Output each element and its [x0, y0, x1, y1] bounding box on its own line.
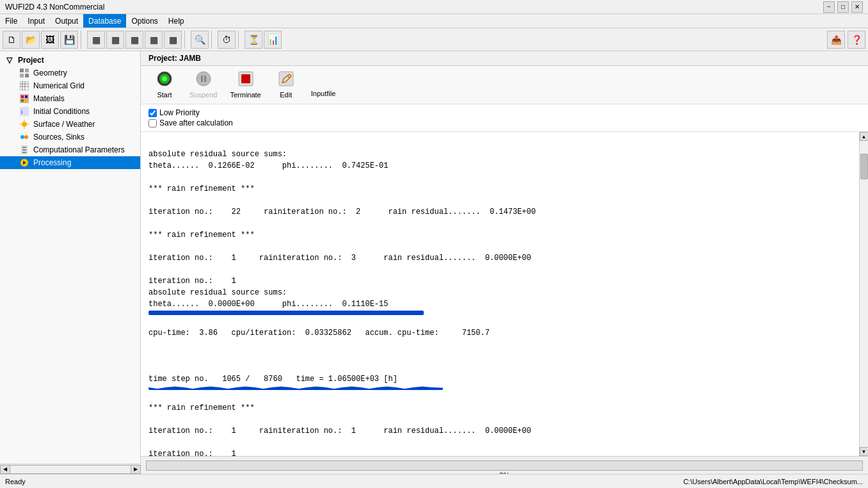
toolbar-small[interactable]: 🖼 [41, 31, 59, 49]
console-line [149, 264, 851, 275]
console-line: *** rain refinement *** [149, 183, 851, 195]
console-line: cpu-time: 3.86 cpu/iteration: 0.03325862… [149, 327, 851, 339]
inputfile-button[interactable]: Inputfile [307, 72, 340, 99]
scroll-thumb[interactable] [860, 154, 868, 179]
low-priority-checkbox[interactable] [149, 109, 157, 117]
svg-point-27 [197, 72, 211, 86]
toolbar-chart[interactable]: 📊 [264, 31, 282, 49]
terminate-button[interactable]: Terminate [226, 70, 264, 100]
toolbar: 🗋 📂 🖼 💾 ▦ ▦ ▦ ▦ ▦ 🔍 ⏱ ⏳ 📊 📤 ❓ [0, 28, 868, 51]
console-line [149, 172, 851, 183]
scroll-down-arrow[interactable]: ▼ [860, 447, 869, 456]
console-line: iteration no.: 22 rainiteration no.: 2 r… [149, 206, 851, 218]
console-line [149, 316, 851, 327]
svg-rect-0 [20, 69, 24, 72]
geometry-icon [18, 68, 31, 78]
save-after-checkbox[interactable] [149, 119, 157, 127]
svg-text:i: i [21, 109, 22, 115]
svg-rect-31 [241, 74, 250, 83]
console-line: *** rain refinement *** [149, 229, 851, 241]
titlebar-controls: − □ ✕ [823, 1, 863, 13]
toolbar-help[interactable]: ❓ [848, 31, 865, 49]
sidebar-item-sources-sinks-label: Sources, Sinks [33, 133, 84, 142]
sidebar-horizontal-scrollbar: ◀ ▶ [0, 464, 141, 474]
highlight-bar-2 [149, 386, 851, 390]
progress-area: 0% [141, 456, 868, 474]
toolbar-grid5[interactable]: ▦ [164, 31, 182, 49]
statusbar: Ready C:\Users\Albert\AppData\Local\Temp… [0, 474, 868, 488]
console-line [149, 414, 851, 425]
menu-help[interactable]: Help [163, 14, 189, 28]
toolbar-grid4[interactable]: ▦ [145, 31, 163, 49]
toolbar-grid2[interactable]: ▦ [106, 31, 124, 49]
svg-rect-4 [20, 81, 29, 90]
inputfile-label: Inputfile [311, 90, 336, 97]
toolbar-clock[interactable]: ⏱ [218, 31, 236, 49]
menu-output[interactable]: Output [50, 14, 83, 28]
edit-label: Edit [280, 91, 292, 99]
maximize-button[interactable]: □ [837, 1, 849, 13]
minimize-button[interactable]: − [823, 1, 835, 13]
suspend-icon [196, 71, 211, 90]
svg-point-16 [22, 122, 27, 127]
start-button[interactable]: Start [149, 70, 181, 100]
sidebar-item-materials-label: Materials [33, 94, 65, 103]
processing-icon [18, 158, 31, 168]
sidebar-item-materials[interactable]: Materials [0, 92, 140, 105]
toolbar-grid1[interactable]: ▦ [87, 31, 105, 49]
toolbar-right: 📤 ❓ [827, 31, 865, 49]
sidebar-item-geometry[interactable]: Geometry [0, 67, 140, 79]
project-label: Project: JAMB [149, 54, 201, 63]
console-area: absolute residual source sums: theta....… [141, 132, 868, 456]
suspend-button[interactable]: Suspend [186, 70, 221, 100]
svg-point-17 [20, 135, 24, 139]
svg-rect-12 [21, 99, 24, 102]
menu-file[interactable]: File [0, 14, 22, 28]
sidebar-item-sources-sinks[interactable]: Sources, Sinks [0, 131, 140, 143]
sidebar-item-computational-parameters-label: Computational Parameters [33, 145, 125, 154]
suspend-label: Suspend [189, 91, 217, 99]
edit-button[interactable]: Edit [270, 70, 302, 100]
console-line: iteration no.: 1 [149, 275, 851, 287]
scroll-up-arrow[interactable]: ▲ [860, 132, 869, 141]
close-button[interactable]: ✕ [851, 1, 863, 13]
toolbar-new[interactable]: 🗋 [3, 31, 20, 49]
terminate-icon [238, 71, 253, 90]
scroll-right-arrow[interactable]: ▶ [131, 465, 141, 474]
svg-rect-13 [25, 99, 28, 102]
sidebar-item-computational-parameters[interactable]: Computational Parameters [0, 143, 140, 156]
console-line: iteration no.: 1 [149, 448, 851, 456]
svg-rect-32 [279, 72, 293, 86]
sidebar-item-numerical-grid[interactable]: Numerical Grid [0, 79, 140, 92]
menu-input[interactable]: Input [22, 14, 50, 28]
toolbar-save[interactable]: 💾 [60, 31, 78, 49]
terminate-label: Terminate [230, 91, 261, 99]
menu-database[interactable]: Database [83, 14, 126, 28]
sidebar-item-processing[interactable]: Processing [0, 156, 140, 169]
scroll-left-arrow[interactable]: ◀ [0, 465, 10, 474]
menubar: File Input Output Database Options Help [0, 14, 868, 28]
sidebar-root[interactable]: ▽ Project [0, 54, 140, 67]
svg-rect-10 [21, 95, 24, 98]
toolbar-export[interactable]: 📤 [827, 31, 845, 49]
toolbar-search[interactable]: 🔍 [191, 31, 209, 49]
save-after-row: Save after calculation [149, 118, 860, 127]
toolbar-funnel[interactable]: ⏳ [245, 31, 262, 49]
svg-rect-3 [25, 74, 29, 77]
processing-toolbar: Start Suspend Terminate Ed [141, 66, 868, 104]
computational-parameters-icon [18, 145, 31, 155]
sidebar-root-label: Project [18, 56, 44, 65]
console-line: iteration no.: 1 rainiteration no.: 1 ra… [149, 425, 851, 437]
console-line [149, 339, 851, 350]
toolbar-open[interactable]: 📂 [22, 31, 40, 49]
content-area: Project: JAMB Start Suspend [141, 51, 868, 474]
console-line [149, 195, 851, 206]
console-line: time step no. 1065 / 8760 time = 1.06500… [149, 373, 851, 385]
sidebar-item-initial-conditions[interactable]: i Initial Conditions [0, 105, 140, 118]
start-icon [157, 71, 172, 90]
toolbar-grid3[interactable]: ▦ [125, 31, 143, 49]
console-line [149, 437, 851, 448]
start-label: Start [157, 91, 172, 99]
menu-options[interactable]: Options [126, 14, 163, 28]
sidebar-item-surface-weather[interactable]: Surface / Weather [0, 118, 140, 131]
